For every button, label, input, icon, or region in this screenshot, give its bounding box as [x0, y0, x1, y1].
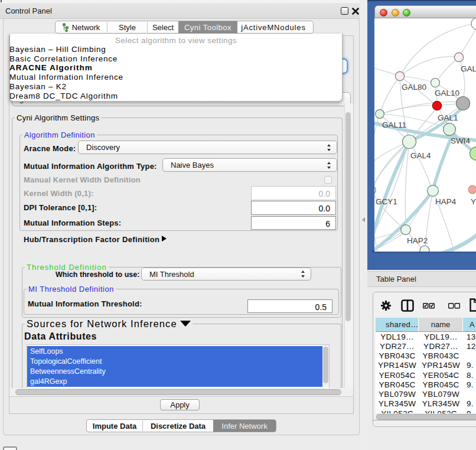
- svg-text:HAP4: HAP4: [435, 197, 457, 206]
- svg-text:GAL10: GAL10: [435, 89, 459, 97]
- svg-text:GAL80: GAL80: [402, 83, 426, 92]
- svg-text:GAL7: GAL7: [461, 64, 476, 73]
- svg-text:GCY1: GCY1: [376, 197, 397, 206]
- svg-text:HAP2: HAP2: [407, 236, 428, 245]
- svg-text:YM: YM: [471, 197, 476, 206]
- svg-text:GAL1: GAL1: [438, 113, 458, 122]
- svg-text:GAL4: GAL4: [410, 151, 431, 160]
- svg-text:GAL11: GAL11: [382, 120, 406, 129]
- svg-text:SWI4: SWI4: [451, 136, 470, 145]
